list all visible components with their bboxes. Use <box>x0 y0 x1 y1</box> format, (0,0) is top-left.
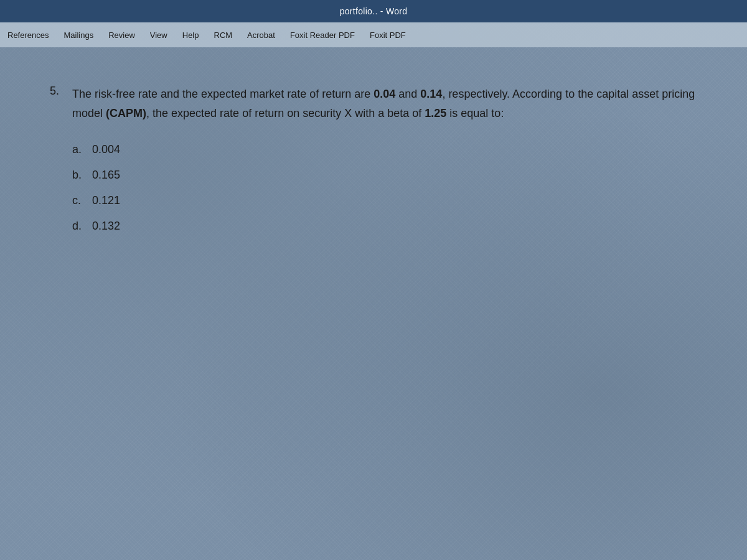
menu-item-review[interactable]: Review <box>101 26 143 45</box>
option-item-0: a.0.004 <box>72 141 697 158</box>
option-value-3: 0.132 <box>92 218 120 235</box>
window-title: portfolio.. - Word <box>340 6 408 16</box>
menu-item-references[interactable]: References <box>0 26 56 45</box>
option-item-2: c.0.121 <box>72 192 697 209</box>
menu-item-help[interactable]: Help <box>175 26 207 45</box>
option-label-0: a. <box>72 141 85 158</box>
option-label-3: d. <box>72 218 85 235</box>
option-value-1: 0.165 <box>92 167 120 184</box>
option-label-2: c. <box>72 192 85 209</box>
menu-item-rcm[interactable]: RCM <box>207 26 240 45</box>
option-item-3: d.0.132 <box>72 218 697 235</box>
menu-item-mailings[interactable]: Mailings <box>56 26 101 45</box>
menu-bar: ReferencesMailingsReviewViewHelpRCMAcrob… <box>0 22 747 47</box>
menu-item-acrobat[interactable]: Acrobat <box>240 26 283 45</box>
option-item-1: b.0.165 <box>72 167 697 184</box>
document-content: 5. The risk-free rate and the expected m… <box>0 47 747 259</box>
question-number: 5. <box>50 85 65 123</box>
title-bar: portfolio.. - Word <box>0 0 747 22</box>
menu-item-view[interactable]: View <box>143 26 175 45</box>
option-label-1: b. <box>72 167 85 184</box>
option-value-0: 0.004 <box>92 141 120 158</box>
question-text: The risk-free rate and the expected mark… <box>72 85 697 123</box>
menu-item-foxit-pdf[interactable]: Foxit PDF <box>362 26 413 45</box>
menu-item-foxit-reader-pdf[interactable]: Foxit Reader PDF <box>283 26 362 45</box>
option-value-2: 0.121 <box>92 192 120 209</box>
question-block: 5. The risk-free rate and the expected m… <box>50 85 697 123</box>
options-block: a.0.004b.0.165c.0.121d.0.132 <box>50 141 697 235</box>
